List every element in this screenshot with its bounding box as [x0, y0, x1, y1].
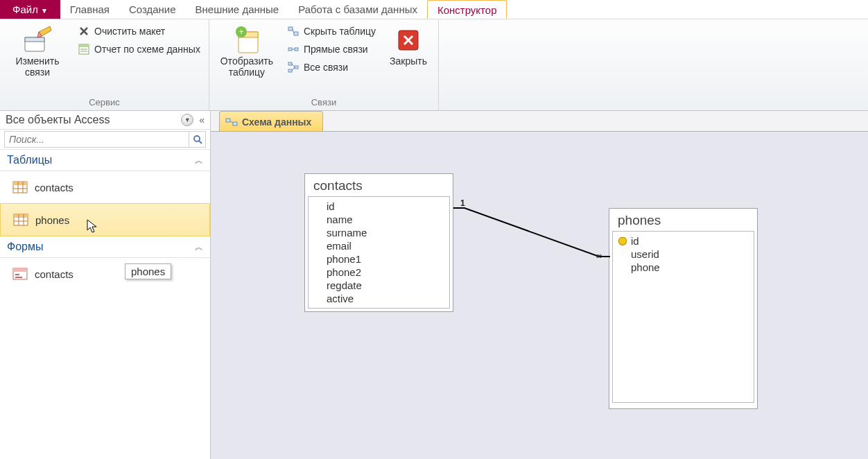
tab-external-data[interactable]: Внешние данные	[186, 0, 289, 19]
nav-table-contacts-label: contacts	[35, 182, 73, 193]
field-key[interactable]: id	[614, 234, 752, 248]
show-table-button[interactable]: + Отобразить таблицу	[215, 22, 279, 80]
direct-relationships-button[interactable]: Прямые связи	[284, 42, 379, 57]
field[interactable]: userid	[614, 248, 752, 261]
report-icon	[78, 43, 90, 55]
svg-rect-37	[233, 122, 237, 125]
nav-title: Все объекты Access	[6, 114, 110, 126]
direct-rel-icon	[287, 43, 300, 55]
svg-rect-10	[288, 27, 293, 31]
tab-file-label: Файл	[12, 3, 38, 15]
relationship-report-label: Отчет по схеме данных	[94, 44, 200, 55]
svg-rect-36	[226, 119, 230, 122]
svg-rect-3	[79, 44, 89, 47]
nav-dropdown-icon[interactable]: ▼	[181, 114, 193, 126]
field[interactable]: email	[310, 239, 448, 252]
relationship-line[interactable]	[453, 201, 610, 263]
search-input[interactable]	[4, 131, 189, 148]
nav-table-contacts[interactable]: contacts	[0, 171, 210, 203]
field[interactable]: surname	[310, 226, 448, 239]
svg-point-20	[194, 136, 200, 141]
nav-header[interactable]: Все объекты Access ▼ «	[0, 111, 210, 130]
field[interactable]: phone1	[310, 252, 448, 266]
show-table-icon: +	[232, 25, 262, 55]
svg-rect-14	[295, 48, 298, 51]
tab-designer[interactable]: Конструктор	[427, 0, 507, 19]
nav-table-phones-label: phones	[35, 214, 69, 226]
document-tab[interactable]: Схема данных	[219, 111, 323, 132]
field[interactable]: regdate	[310, 279, 448, 292]
svg-rect-18	[295, 66, 298, 69]
ribbon-group-relationships: + Отобразить таблицу Скрыть таблицу Прям…	[209, 19, 439, 110]
relationships-icon	[225, 116, 238, 128]
category-forms[interactable]: Формы ︽	[0, 236, 210, 258]
svg-rect-28	[14, 214, 28, 218]
hide-table-icon	[287, 25, 300, 37]
edit-relationships-button[interactable]: Изменить связи	[6, 22, 69, 80]
svg-line-38	[230, 121, 233, 123]
tab-home[interactable]: Главная	[60, 0, 119, 19]
category-forms-label: Формы	[7, 241, 43, 253]
tab-create[interactable]: Создание	[119, 0, 186, 19]
category-tables[interactable]: Таблицы ︽	[0, 150, 210, 171]
search-icon[interactable]	[189, 131, 206, 148]
svg-text:+: +	[238, 27, 243, 37]
table-icon	[12, 181, 28, 193]
diagram-table-contacts-body: id name surname email phone1 phone2 regd…	[308, 196, 450, 309]
svg-rect-1	[25, 37, 44, 42]
diagram-table-phones-body: id userid phone	[612, 231, 754, 403]
ribbon-group-service: Изменить связи Очистить макет Отчет по с…	[0, 19, 209, 110]
cursor-icon	[87, 219, 99, 234]
nav-form-contacts-label: contacts	[35, 268, 73, 280]
document-tab-label: Схема данных	[242, 116, 311, 128]
clear-icon	[78, 25, 90, 37]
field[interactable]: phone	[614, 261, 752, 274]
direct-rel-label: Прямые связи	[304, 44, 368, 55]
svg-line-12	[293, 29, 294, 33]
main-area: Все объекты Access ▼ « Таблицы ︽ contact…	[0, 111, 868, 459]
tooltip: phones	[125, 263, 171, 279]
category-tables-label: Таблицы	[7, 154, 52, 166]
hide-table-button[interactable]: Скрыть таблицу	[284, 24, 379, 39]
tab-file[interactable]: Файл▼	[0, 0, 60, 19]
svg-rect-35	[15, 277, 22, 278]
hide-table-label: Скрыть таблицу	[304, 26, 376, 37]
chevron-up-icon: ︽	[195, 155, 203, 166]
clear-layout-label: Очистить макет	[94, 26, 165, 37]
cardinality-many: ∞	[596, 251, 602, 261]
svg-rect-34	[15, 274, 19, 275]
field[interactable]: phone2	[310, 266, 448, 279]
clear-layout-button[interactable]: Очистить макет	[75, 24, 203, 39]
navigation-pane: Все объекты Access ▼ « Таблицы ︽ contact…	[0, 111, 211, 459]
diagram-table-phones[interactable]: phones id userid phone	[609, 208, 758, 409]
group-relationships-label: Связи	[215, 97, 433, 110]
diagram-table-contacts[interactable]: contacts id name surname email phone1 ph…	[304, 173, 453, 312]
svg-rect-17	[288, 69, 292, 72]
svg-line-21	[199, 141, 202, 144]
svg-rect-23	[13, 182, 27, 185]
nav-table-phones[interactable]: phones	[0, 203, 210, 236]
ribbon: Изменить связи Очистить макет Отчет по с…	[0, 19, 868, 111]
svg-rect-13	[288, 48, 292, 51]
tab-db-tools[interactable]: Работа с базами данных	[288, 0, 427, 19]
nav-form-contacts[interactable]: contacts phones	[0, 258, 210, 290]
svg-rect-33	[13, 268, 27, 272]
relationship-report-button[interactable]: Отчет по схеме данных	[75, 42, 203, 57]
all-rel-icon	[287, 61, 300, 73]
form-icon	[12, 268, 28, 280]
all-rel-label: Все связи	[304, 62, 348, 73]
field[interactable]: id	[310, 200, 448, 213]
edit-relationships-icon	[22, 25, 53, 55]
svg-rect-11	[294, 32, 298, 35]
diagram-table-contacts-title: contacts	[305, 174, 453, 196]
relationships-canvas-wrap: Схема данных contacts id name surname em…	[211, 111, 868, 459]
nav-collapse-icon[interactable]: «	[199, 114, 205, 125]
close-button[interactable]: Закрыть	[384, 22, 433, 69]
svg-rect-16	[288, 62, 292, 65]
field[interactable]: name	[310, 213, 448, 226]
field[interactable]: active	[310, 292, 448, 305]
close-icon	[393, 25, 424, 55]
all-relationships-button[interactable]: Все связи	[284, 60, 379, 75]
relationships-canvas[interactable]: contacts id name surname email phone1 ph…	[211, 131, 868, 459]
group-service-label: Сервис	[6, 97, 203, 110]
